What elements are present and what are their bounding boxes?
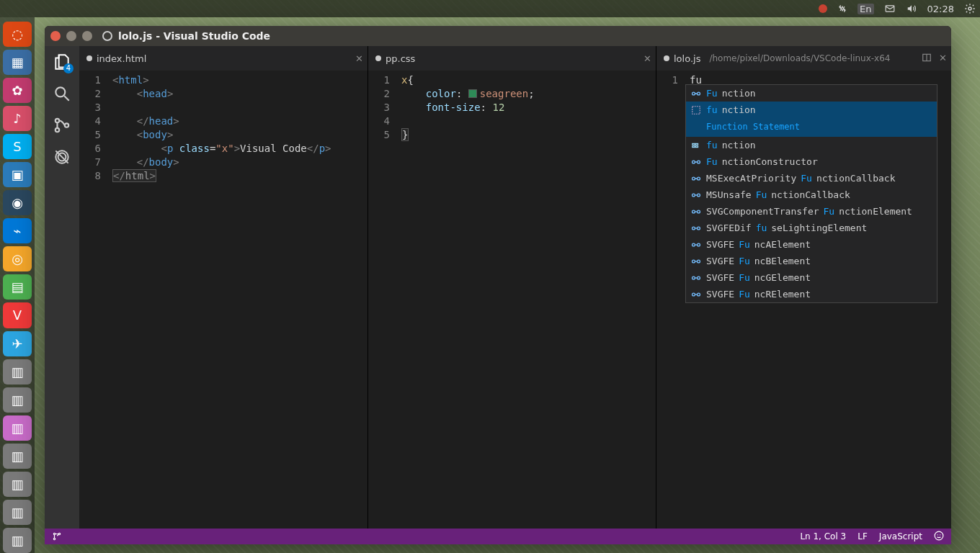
tab-index-html[interactable]: index.html [86, 53, 146, 64]
titlebar[interactable]: lolo.js - Visual Studio Code [45, 26, 951, 46]
suggestion-item[interactable]: SVGFEDiffuseLightingElement [686, 220, 937, 236]
suggestion-item[interactable]: FunctionConstructor [686, 153, 937, 170]
launcher-app11[interactable]: ▥ [3, 528, 32, 553]
svg-point-43 [692, 293, 695, 296]
suggestion-kind-icon [690, 189, 702, 201]
window-maximize-button[interactable] [82, 31, 92, 41]
split-editor-button[interactable] [922, 53, 932, 65]
suggestion-item[interactable]: MSExecAtPriorityFunctionCallback [686, 170, 937, 186]
search-tab[interactable] [50, 82, 74, 105]
suggestion-item[interactable]: SVGComponentTransferFunctionElement [686, 203, 937, 220]
system-topbar: En 02:28 [0, 0, 980, 17]
code-editor-1[interactable]: 12345678 <html> <head> </head> <body> <p… [79, 71, 368, 529]
svg-point-2 [55, 87, 65, 96]
gear-icon [964, 3, 976, 14]
suggestion-kind-icon [690, 239, 702, 251]
suggestion-item[interactable]: SVGFEFuncAElement [686, 236, 937, 253]
launcher-app10[interactable]: ▥ [3, 500, 32, 525]
launcher-app8[interactable]: ▥ [3, 444, 32, 469]
svg-point-35 [698, 243, 700, 246]
close-tab-button[interactable]: ✕ [643, 53, 651, 64]
language-mode[interactable]: JavaScript [879, 531, 922, 541]
svg-point-4 [55, 119, 59, 122]
activity-bar: 4 [45, 46, 79, 529]
window-close-button[interactable] [50, 31, 61, 41]
keyboard-indicator[interactable]: En [858, 4, 873, 14]
svg-point-37 [692, 260, 695, 263]
settings-indicator[interactable] [964, 3, 976, 14]
code-content[interactable]: x{ color: seagreen; font-size: 12 } [397, 71, 656, 529]
suggestion-item[interactable]: function [686, 102, 937, 118]
svg-point-44 [698, 293, 700, 296]
window-minimize-button[interactable] [66, 31, 76, 41]
svg-point-5 [55, 128, 59, 132]
launcher-app9[interactable]: ▥ [3, 472, 32, 497]
launcher-app2[interactable]: ✿ [3, 78, 32, 103]
code-editor-3[interactable]: 1 fuFunctionfunctionFunction Statementfu… [656, 71, 951, 529]
code-editor-2[interactable]: 12345 x{ color: seagreen; font-size: 12 … [368, 71, 656, 529]
launcher-app4[interactable]: ▤ [3, 274, 32, 300]
suggestion-item[interactable]: SVGFEFuncBElement [686, 253, 937, 269]
close-tab-button[interactable]: ✕ [355, 53, 363, 64]
volume-indicator[interactable] [906, 4, 917, 14]
debug-tab[interactable] [50, 145, 74, 168]
svg-point-23 [698, 177, 700, 180]
launcher-app5[interactable]: ▥ [3, 359, 32, 385]
status-bar: Ln 1, Col 3 LF JavaScript [45, 529, 951, 544]
tab-lolo-js[interactable]: lolo.js /home/pixel/Downloads/VSCode-lin… [664, 53, 890, 64]
cursor-position[interactable]: Ln 1, Col 3 [800, 531, 846, 541]
suggestion-item[interactable]: function [686, 137, 937, 153]
eol-indicator[interactable]: LF [858, 531, 868, 541]
intellisense-popup[interactable]: FunctionfunctionFunction Statementfuncti… [685, 84, 937, 303]
suggestion-kind-icon [690, 222, 702, 234]
svg-point-11 [692, 92, 695, 95]
suggestion-kind-icon [690, 256, 702, 267]
launcher-telegram[interactable]: ✈ [3, 331, 32, 356]
branch-icon [52, 531, 62, 541]
launcher-app7[interactable]: ▥ [3, 415, 32, 441]
dirty-indicator [375, 55, 381, 61]
svg-rect-18 [695, 145, 698, 147]
launcher-ubuntu[interactable]: ◌ [3, 22, 32, 47]
unity-launcher: ◌▦✿♪S▣◉⌁◎▤V✈▥▥▥▥▥▥▥ [0, 17, 35, 553]
bug-icon [53, 148, 71, 166]
launcher-vscode[interactable]: ⌁ [3, 218, 32, 243]
svg-rect-14 [692, 106, 700, 114]
code-content[interactable]: fuFunctionfunctionFunction Statementfunc… [685, 71, 951, 529]
mail-indicator[interactable] [884, 4, 896, 14]
launcher-chrome[interactable]: ◎ [3, 246, 32, 271]
record-indicator[interactable] [819, 4, 827, 13]
network-indicator[interactable] [837, 4, 847, 14]
launcher-skype[interactable]: S [3, 134, 32, 159]
clock-label: 02:28 [927, 4, 954, 14]
feedback-button[interactable] [934, 531, 944, 543]
suggestion-item[interactable]: SVGFEFuncGElement [686, 269, 937, 286]
svg-point-50 [937, 534, 938, 535]
launcher-app1[interactable]: ▦ [3, 50, 32, 75]
svg-point-49 [935, 531, 943, 540]
suggestion-item[interactable]: Function [686, 85, 937, 102]
svg-point-22 [692, 177, 695, 180]
suggestion-item[interactable]: MSUnsafeFunctionCallback [686, 186, 937, 203]
explorer-tab[interactable]: 4 [50, 50, 74, 73]
tab-label: index.html [97, 53, 146, 64]
launcher-vivaldi[interactable]: V [3, 302, 32, 328]
launcher-app6[interactable]: ▥ [3, 387, 32, 413]
close-tab-button[interactable]: ✕ [939, 53, 947, 65]
suggestion-kind-icon [690, 88, 702, 99]
tab-label: pp.css [386, 53, 415, 64]
launcher-app3[interactable]: ▣ [3, 162, 32, 187]
launcher-steam[interactable]: ◉ [3, 190, 32, 215]
split-icon [922, 53, 932, 63]
git-tab[interactable] [50, 114, 74, 137]
svg-line-3 [64, 96, 69, 101]
code-content[interactable]: <html> <head> </head> <body> <p class="x… [108, 71, 368, 529]
svg-point-48 [58, 533, 60, 534]
tab-pp-css[interactable]: pp.css [375, 53, 415, 64]
suggestion-item[interactable]: SVGFEFuncRElement [686, 286, 937, 302]
git-status[interactable] [52, 531, 62, 542]
clock[interactable]: 02:28 [927, 4, 954, 14]
tab-path: /home/pixel/Downloads/VSCode-linux-x64 [709, 53, 890, 63]
svg-point-47 [53, 538, 55, 539]
launcher-music[interactable]: ♪ [3, 106, 32, 131]
